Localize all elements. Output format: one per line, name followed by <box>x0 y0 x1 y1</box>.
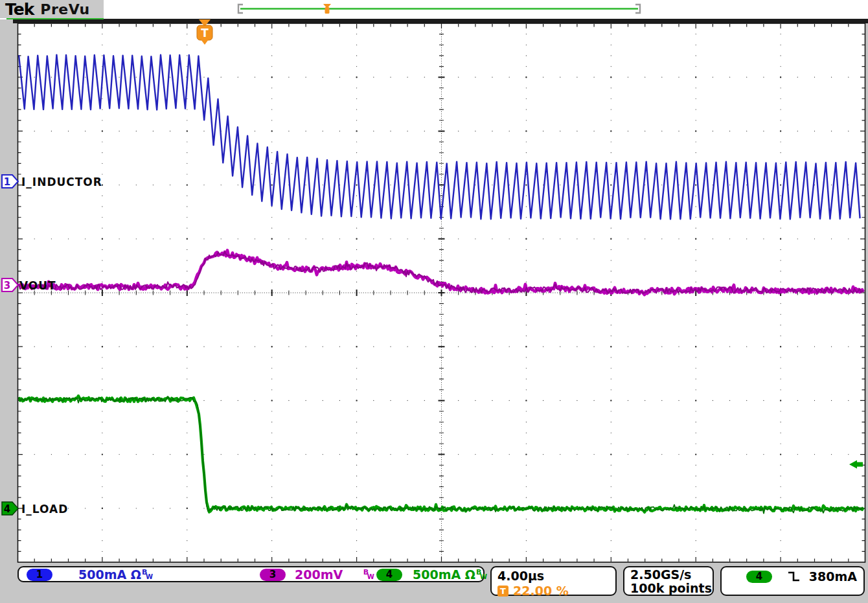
scope-display: T 1 3 4 <box>0 0 868 603</box>
sample-rate: 2.50GS/s <box>630 568 707 582</box>
graticule-top-bar <box>13 19 868 23</box>
acquisition-bar <box>238 4 640 14</box>
channel4-waveform-label: I_LOAD <box>21 503 68 516</box>
trigger-marker-letter: T <box>201 27 209 40</box>
channel3-scale: 200mV <box>295 567 343 582</box>
channel4-scale: 500mA <box>413 567 461 582</box>
tek-logo: Tek <box>5 0 34 19</box>
channel-readouts-box: 1 500mA ΩBW 3 200mV BW 4 500mA ΩBW <box>17 566 485 582</box>
channel4-badge[interactable]: 4 <box>376 569 402 581</box>
channel1-badge[interactable]: 1 <box>27 569 52 581</box>
channel1-marker-number: 1 <box>4 176 10 188</box>
channel4-readout[interactable]: 4 500mA ΩBW <box>376 568 485 581</box>
record-length: 100k points <box>630 582 707 595</box>
trigger-level-readout: 380mA <box>809 569 857 584</box>
logo-band: Tek PreVu <box>0 0 104 18</box>
channel4-coupling: Ω <box>465 567 475 582</box>
timebase-scale: 4.00µs <box>497 569 610 583</box>
channel4-marker-number: 4 <box>4 503 10 515</box>
channel3-bandwidth-icon: BW <box>363 569 372 582</box>
logo-band-underline <box>6 18 104 19</box>
acquisition-readout-box[interactable]: 2.50GS/s 100k points <box>623 566 714 596</box>
channel1-coupling: Ω <box>131 567 141 582</box>
channel3-badge[interactable]: 3 <box>260 569 286 581</box>
channel1-marker[interactable]: 1 <box>2 175 18 188</box>
channel4-marker[interactable]: 4 <box>2 502 18 515</box>
trigger-source-badge: 4 <box>746 571 772 583</box>
channel1-waveform-label: I_INDUCTOR <box>21 176 102 188</box>
channel3-readout[interactable]: 3 200mV BW <box>260 568 372 581</box>
falling-edge-slope-icon <box>786 569 803 584</box>
channel3-waveform-label: VOUT <box>19 279 56 292</box>
acquisition-mode-label: PreVu <box>40 1 89 17</box>
channel1-bandwidth-icon: BW <box>141 569 151 582</box>
trigger-position-readout: 22.00 % <box>513 584 569 598</box>
timebase-readout-box[interactable]: 4.00µs T 22.00 % <box>490 566 617 596</box>
channel4-bandwidth-icon: BW <box>475 569 485 582</box>
channel3-marker[interactable]: 3 <box>2 279 18 291</box>
oscilloscope-screen: { "header": {"logo": "Tek", "mode": "Pre… <box>0 0 868 603</box>
channel1-readout[interactable]: 1 500mA ΩBW <box>27 568 151 581</box>
channel1-scale: 500mA <box>78 567 126 582</box>
channel3-marker-number: 3 <box>4 280 10 291</box>
trigger-readout-box[interactable]: 4 380mA <box>720 566 865 596</box>
trigger-icon: T <box>497 586 508 597</box>
